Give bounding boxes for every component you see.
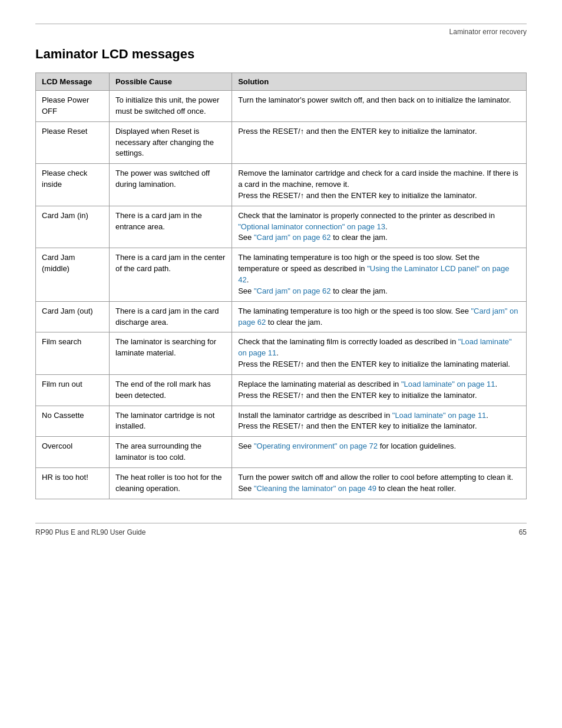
- solution-link[interactable]: "Card jam" on page 62: [254, 286, 331, 295]
- header-rule: [35, 24, 527, 24]
- footer: RP90 Plus E and RL90 User Guide 65: [35, 528, 527, 536]
- table-header-row: LCD Message Possible Cause Solution: [36, 73, 527, 91]
- solution-link[interactable]: "Optional laminator connection" on page …: [238, 222, 385, 231]
- cell-solution: The laminating temperature is too high o…: [232, 301, 527, 332]
- table-row: Card Jam (middle)There is a card jam in …: [36, 248, 527, 301]
- cell-cause: Displayed when Reset is necessary after …: [109, 121, 232, 164]
- cell-cause: The heat roller is too hot for the clean…: [109, 467, 232, 499]
- cell-cause: There is a card jam in the entrance area…: [109, 206, 232, 248]
- col-header-solution: Solution: [232, 73, 527, 91]
- table-row: Card Jam (out)There is a card jam in the…: [36, 301, 527, 332]
- footer-rule: [35, 523, 527, 523]
- solution-link[interactable]: "Operating environment" on page 72: [254, 442, 378, 450]
- page-title: Laminator LCD messages: [35, 47, 527, 62]
- table-row: Film searchThe laminator is searching fo…: [36, 332, 527, 375]
- page: Laminator error recovery Laminator LCD m…: [0, 0, 562, 728]
- solution-link[interactable]: "Load laminate" on page 11: [238, 337, 511, 357]
- cell-message: HR is too hot!: [36, 467, 110, 499]
- footer-right: 65: [519, 528, 527, 536]
- cell-cause: The area surrounding the laminator is to…: [109, 437, 232, 468]
- cell-solution: Turn the laminator's power switch off, a…: [232, 91, 527, 122]
- col-header-cause: Possible Cause: [109, 73, 232, 91]
- table-row: Please Power OFFTo initialize this unit,…: [36, 91, 527, 122]
- cell-solution: Press the RESET/↑ and then the ENTER key…: [232, 121, 527, 164]
- cell-cause: The end of the roll mark has been detect…: [109, 374, 232, 406]
- cell-solution: Check that the laminating film is correc…: [232, 332, 527, 375]
- cell-message: Please Power OFF: [36, 91, 110, 122]
- cell-message: Card Jam (in): [36, 206, 110, 248]
- solution-link[interactable]: "Load laminate" on page 11: [401, 380, 495, 388]
- table-row: HR is too hot!The heat roller is too hot…: [36, 467, 527, 499]
- table-row: Film run outThe end of the roll mark has…: [36, 374, 527, 406]
- cell-solution: See "Operating environment" on page 72 f…: [232, 437, 527, 468]
- cell-solution: Replace the laminating material as descr…: [232, 374, 527, 406]
- cell-message: Card Jam (middle): [36, 248, 110, 301]
- lcd-messages-table: LCD Message Possible Cause Solution Plea…: [35, 73, 527, 499]
- cell-cause: The laminator is searching for laminate …: [109, 332, 232, 375]
- solution-link[interactable]: "Load laminate" on page 11: [392, 411, 487, 420]
- cell-cause: There is a card jam in the center of the…: [109, 248, 232, 301]
- col-header-message: LCD Message: [36, 73, 110, 91]
- cell-solution: Check that the laminator is properly con…: [232, 206, 527, 248]
- table-row: OvercoolThe area surrounding the laminat…: [36, 437, 527, 468]
- cell-message: Film run out: [36, 374, 110, 406]
- header-text: Laminator error recovery: [35, 28, 527, 36]
- table-row: No CassetteThe laminator cartridge is no…: [36, 406, 527, 437]
- footer-left: RP90 Plus E and RL90 User Guide: [35, 528, 146, 536]
- cell-solution: Turn the power switch off and allow the …: [232, 467, 527, 499]
- cell-cause: To initialize this unit, the power must …: [109, 91, 232, 122]
- solution-link[interactable]: "Using the Laminator LCD panel" on page …: [238, 264, 509, 284]
- cell-cause: There is a card jam in the card discharg…: [109, 301, 232, 332]
- cell-solution: Install the laminator cartridge as descr…: [232, 406, 527, 437]
- solution-link[interactable]: "Card jam" on page 62: [254, 233, 331, 242]
- cell-message: No Cassette: [36, 406, 110, 437]
- cell-message: Card Jam (out): [36, 301, 110, 332]
- table-row: Please ResetDisplayed when Reset is nece…: [36, 121, 527, 164]
- table-row: Please check insideThe power was switche…: [36, 164, 527, 206]
- cell-solution: The laminating temperature is too high o…: [232, 248, 527, 301]
- cell-cause: The laminator cartridge is not installed…: [109, 406, 232, 437]
- cell-message: Please Reset: [36, 121, 110, 164]
- cell-message: Film search: [36, 332, 110, 375]
- cell-solution: Remove the laminator cartridge and check…: [232, 164, 527, 206]
- cell-message: Please check inside: [36, 164, 110, 206]
- solution-link[interactable]: "Card jam" on page 62: [238, 307, 518, 327]
- cell-message: Overcool: [36, 437, 110, 468]
- table-row: Card Jam (in)There is a card jam in the …: [36, 206, 527, 248]
- cell-cause: The power was switched off during lamina…: [109, 164, 232, 206]
- solution-link[interactable]: "Cleaning the laminator" on page 49: [254, 484, 376, 493]
